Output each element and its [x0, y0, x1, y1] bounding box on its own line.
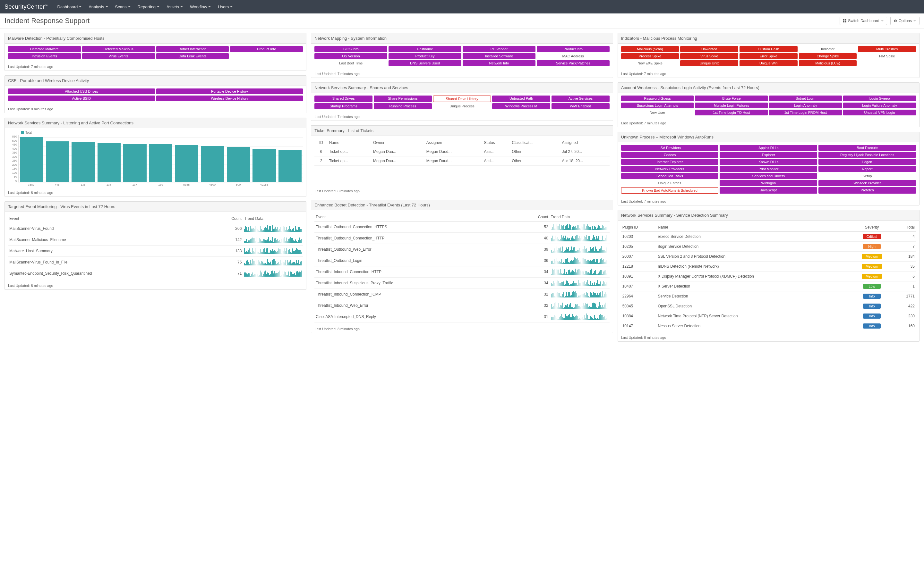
tag-button[interactable]: Active SSID: [8, 95, 155, 101]
tag-button[interactable]: JavaScript: [720, 187, 817, 193]
tag-button[interactable]: Untrusted Path: [492, 95, 550, 102]
table-row[interactable]: 50845OpenSSL DetectionInfo422: [621, 301, 916, 311]
table-row[interactable]: Threatlist_Inbound_Suspicious_Proxy_Traf…: [314, 277, 609, 289]
tag-button[interactable]: Scheduled Tasks: [621, 173, 719, 179]
chart-bar[interactable]: [278, 150, 302, 182]
tag-button[interactable]: Virus Events: [82, 53, 155, 59]
table-row[interactable]: MailScanner-Malicious_Filename142: [8, 234, 303, 245]
col-event[interactable]: Event: [314, 213, 517, 221]
chart-bar[interactable]: [46, 141, 69, 182]
tag-button[interactable]: Known DLLs: [720, 159, 817, 165]
tag-button[interactable]: Product Info: [537, 46, 610, 52]
tag-button[interactable]: Shared Drive History: [433, 95, 491, 102]
chart-bar[interactable]: [123, 144, 147, 182]
options-button[interactable]: Options: [890, 17, 919, 25]
tag-button[interactable]: Login Failure Anomaly: [843, 103, 916, 108]
tag-button[interactable]: Windows Process M: [492, 103, 550, 109]
switch-dashboard-button[interactable]: Switch Dashboard: [840, 17, 887, 25]
col-event[interactable]: Event: [8, 214, 212, 223]
tag-button[interactable]: Indicator: [799, 46, 857, 52]
col-count[interactable]: Count: [212, 214, 243, 223]
chart-bar[interactable]: [71, 142, 95, 182]
tag-button[interactable]: Malicious (Scan): [621, 46, 679, 52]
col-name[interactable]: Name: [657, 223, 850, 232]
tag-button[interactable]: 1st Time Login FROM Host: [769, 110, 842, 115]
tag-button[interactable]: LSA Providers: [621, 145, 719, 151]
col-severity[interactable]: Severity: [850, 223, 894, 232]
tag-button[interactable]: Botnet Login: [769, 95, 842, 101]
tag-button[interactable]: 1st Time Login TO Host: [695, 110, 768, 115]
tag-button[interactable]: Portable Device History: [156, 89, 303, 94]
tag-button[interactable]: DNS Servers Used: [389, 60, 461, 66]
tag-button[interactable]: Explorer: [720, 152, 817, 158]
tag-button[interactable]: Password Guess: [621, 95, 694, 101]
tag-button[interactable]: Custom Hash: [740, 46, 798, 52]
chart-bar[interactable]: [175, 145, 198, 182]
col-plugin-id[interactable]: Plugin ID: [621, 223, 657, 232]
table-row[interactable]: MailScanner-Virus_Found206: [8, 223, 303, 234]
tag-button[interactable]: Process Spike: [621, 53, 679, 59]
chart-bar[interactable]: [227, 147, 250, 182]
tag-button[interactable]: Share Permissions: [374, 95, 432, 102]
tag-button[interactable]: Unique Process: [433, 103, 491, 109]
tag-button[interactable]: Product Key: [389, 53, 461, 59]
tag-button[interactable]: Login Sweep: [843, 95, 916, 101]
col-header[interactable]: Classificati...: [511, 139, 561, 147]
chart-bar[interactable]: [149, 144, 173, 182]
tag-button[interactable]: Codecs: [621, 152, 719, 158]
tag-button[interactable]: Logon: [819, 159, 916, 165]
table-row[interactable]: Symantec-Endpoint_Security_Risk_Quaranti…: [8, 268, 303, 279]
tag-button[interactable]: Last Boot Time: [314, 60, 387, 66]
tag-button[interactable]: Attached USB Drives: [8, 89, 155, 94]
nav-reporting[interactable]: Reporting: [137, 5, 160, 9]
tag-button[interactable]: PC Vendor: [463, 46, 535, 52]
table-row[interactable]: 10203rexecd Service DetectionCritical4: [621, 232, 916, 242]
table-row[interactable]: 20007SSL Version 2 and 3 Protocol Detect…: [621, 251, 916, 261]
nav-users[interactable]: Users: [218, 5, 233, 9]
col-header[interactable]: Status: [483, 139, 510, 147]
tag-button[interactable]: Virus Spike: [680, 53, 738, 59]
tag-button[interactable]: MAC Address: [537, 53, 610, 59]
tag-button[interactable]: WMI Enabled: [551, 103, 610, 109]
tag-button[interactable]: Intrusion Events: [8, 53, 81, 59]
tag-button[interactable]: Product Info: [230, 46, 303, 52]
table-row[interactable]: Threatlist_Inbound_Connection_HTTP34: [314, 266, 609, 277]
tag-button[interactable]: Unwanted: [680, 46, 738, 52]
tag-button[interactable]: Multi Crashes: [858, 46, 916, 52]
tag-button[interactable]: Malicious (LCE): [799, 60, 857, 66]
nav-assets[interactable]: Assets: [166, 5, 183, 9]
table-row[interactable]: Threatlist_Outbound_Connection_HTTPS52: [314, 221, 609, 233]
tag-button[interactable]: Setup: [819, 173, 916, 179]
table-row[interactable]: 10407X Server DetectionLow1: [621, 282, 916, 292]
col-header[interactable]: Assignee: [425, 139, 483, 147]
col-header[interactable]: ID: [314, 139, 328, 147]
tag-button[interactable]: Data Leak Events: [156, 53, 229, 59]
tag-button[interactable]: Running Process: [374, 103, 432, 109]
nav-workflow[interactable]: Workflow: [190, 5, 211, 9]
col-header[interactable]: Name: [328, 139, 372, 147]
table-row[interactable]: Threatlist_Outbound_Connection_HTTP40: [314, 233, 609, 244]
tag-button[interactable]: New User: [621, 110, 694, 115]
table-row[interactable]: Malware_Host_Summary133: [8, 245, 303, 257]
tag-button[interactable]: Print Monitor: [720, 166, 817, 172]
table-row[interactable]: 10205rlogin Service DetectionHigh7: [621, 242, 916, 251]
table-row[interactable]: Threatlist_Inbound_Connection_ICMP32: [314, 289, 609, 300]
tag-button[interactable]: Brute Force: [695, 95, 768, 101]
tag-button[interactable]: Network Info: [463, 60, 535, 66]
col-total[interactable]: Total: [894, 223, 916, 232]
col-header[interactable]: Assigned: [561, 139, 610, 147]
tag-button[interactable]: Startup Programs: [314, 103, 373, 109]
tag-button[interactable]: Multiple Login Failures: [695, 103, 768, 108]
tag-button[interactable]: Hostname: [389, 46, 461, 52]
tag-button[interactable]: FIM Spike: [858, 53, 916, 59]
tag-button[interactable]: OS Version: [314, 53, 387, 59]
tag-button[interactable]: Boot Execute: [819, 145, 916, 151]
tag-button[interactable]: Known Bad AutoRuns & Scheduled: [621, 187, 719, 193]
tag-button[interactable]: Network Providers: [621, 166, 719, 172]
tag-button[interactable]: Unique Win: [740, 60, 798, 66]
table-row[interactable]: 10891X Display Manager Control Protocol …: [621, 271, 916, 282]
nav-dashboard[interactable]: Dashboard: [57, 5, 82, 9]
nav-analysis[interactable]: Analysis: [89, 5, 108, 9]
tag-button[interactable]: BIOS Info: [314, 46, 387, 52]
tag-button[interactable]: Botnet Interaction: [156, 46, 229, 52]
